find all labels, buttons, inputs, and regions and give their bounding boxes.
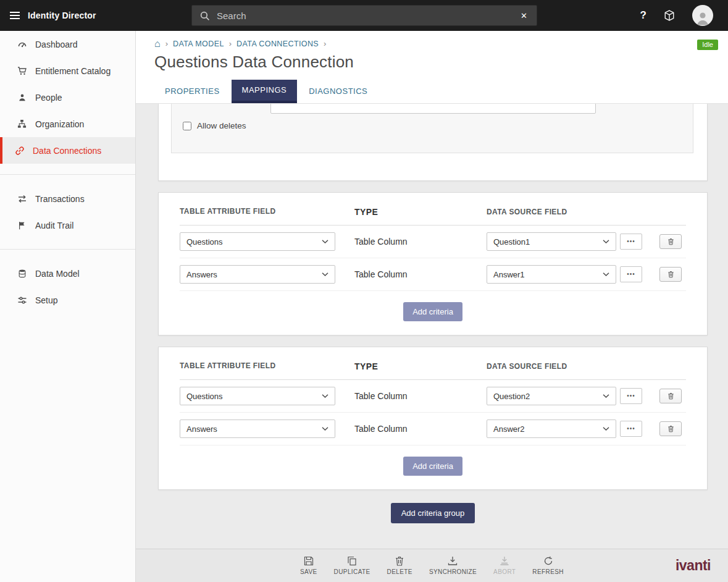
table-attribute-select[interactable]: Answers	[180, 420, 335, 438]
search-bar: ✕	[191, 5, 537, 26]
help-icon[interactable]: ?	[640, 9, 646, 22]
page-title: Questions Data Connection	[154, 53, 718, 72]
table-attribute-select[interactable]: Questions	[180, 387, 335, 405]
type-cell: Table Column	[354, 269, 487, 279]
refresh-button[interactable]: REFRESH	[532, 556, 564, 575]
more-options-button[interactable]: •••	[620, 266, 642, 282]
data-source-select[interactable]: Answer1	[487, 265, 616, 284]
breadcrumb-data-connections[interactable]: DATA CONNECTIONS	[236, 40, 319, 48]
action-label: DELETE	[387, 568, 412, 575]
transactions-icon	[17, 194, 27, 204]
trash-icon	[667, 425, 674, 432]
breadcrumb-separator: ›	[229, 39, 232, 48]
type-cell: Table Column	[354, 237, 487, 247]
save-button[interactable]: SAVE	[300, 556, 317, 575]
menu-icon[interactable]	[10, 12, 20, 19]
sidebar-item-data-model[interactable]: Data Model	[0, 260, 135, 287]
breadcrumb-data-model[interactable]: DATA MODEL	[173, 40, 224, 48]
data-source-select[interactable]: Question2	[487, 387, 616, 405]
abort-button: ABORT	[493, 556, 516, 575]
status-badge: Idle	[697, 40, 718, 50]
breadcrumb-separator: ›	[165, 39, 168, 48]
delete-row-button[interactable]	[659, 389, 682, 403]
tab-diagnostics[interactable]: DIAGNOSTICS	[298, 80, 378, 103]
sidebar-item-organization[interactable]: Organization	[0, 111, 135, 137]
allow-deletes-checkbox[interactable]	[183, 122, 191, 130]
tab-mappings[interactable]: MAPPINGS	[232, 80, 298, 103]
settings-text-field[interactable]	[270, 104, 596, 114]
more-options-button[interactable]: •••	[620, 421, 642, 437]
table-attribute-select[interactable]: Answers	[180, 265, 335, 284]
search-input[interactable]	[217, 11, 511, 21]
delete-row-button[interactable]	[659, 267, 682, 282]
settings-panel: Allow deletes	[171, 104, 693, 153]
chevron-down-icon	[603, 394, 609, 398]
duplicate-button[interactable]: DUPLICATE	[334, 556, 370, 575]
type-cell: Table Column	[354, 424, 487, 434]
column-header-type: TYPE	[354, 361, 487, 371]
add-criteria-group-button[interactable]: Add criteria group	[391, 503, 475, 523]
allow-deletes-field: Allow deletes	[183, 121, 246, 130]
mapping-row: Answers Table Column Answer1 •••	[180, 258, 686, 291]
cart-icon	[17, 66, 27, 76]
more-options-button[interactable]: •••	[620, 388, 642, 404]
clear-search-icon[interactable]: ✕	[511, 11, 537, 20]
sidebar-item-transactions[interactable]: Transactions	[0, 185, 135, 212]
allow-deletes-label: Allow deletes	[197, 121, 246, 130]
add-criteria-button[interactable]: Add criteria	[403, 302, 462, 321]
chevron-down-icon	[603, 427, 609, 431]
app-title: Identity Director	[28, 11, 96, 20]
tab-properties[interactable]: PROPERTIES	[154, 80, 230, 103]
home-icon[interactable]: ⌂	[154, 40, 161, 48]
sidebar-item-audit-trail[interactable]: Audit Trail	[0, 212, 135, 238]
sidebar-item-label: Audit Trail	[35, 221, 73, 230]
ellipsis-icon: •••	[627, 238, 635, 245]
sidebar-item-data-connections[interactable]: Data Connections	[0, 137, 135, 164]
save-icon	[304, 556, 314, 566]
synchronize-button[interactable]: SYNCHRONIZE	[429, 556, 477, 575]
sidebar-item-setup[interactable]: Setup	[0, 287, 135, 313]
ellipsis-icon: •••	[627, 426, 635, 432]
action-footer: SAVE DUPLICATE DELETE SYNCHRONIZE ABORT	[136, 549, 728, 582]
abort-icon	[500, 556, 509, 566]
selected-value: Answer1	[493, 270, 525, 279]
breadcrumb-separator: ›	[324, 39, 326, 48]
topbar-left: Identity Director	[0, 11, 191, 20]
table-header-row: TABLE ATTRIBUTE FIELD TYPE DATA SOURCE F…	[180, 347, 686, 380]
copy-icon	[347, 556, 357, 566]
type-cell: Table Column	[354, 391, 487, 401]
chevron-down-icon	[322, 240, 328, 243]
body: Dashboard Entitlement Catalog People Org…	[0, 31, 728, 582]
data-source-select[interactable]: Question1	[487, 232, 616, 251]
sidebar-item-dashboard[interactable]: Dashboard	[0, 31, 135, 57]
main-area: ⌂ › DATA MODEL › DATA CONNECTIONS › Idle…	[136, 31, 728, 582]
selected-value: Question1	[493, 237, 530, 247]
delete-row-button[interactable]	[659, 421, 682, 436]
more-options-button[interactable]: •••	[620, 234, 642, 250]
mapping-row: Answers Table Column Answer2 •••	[180, 413, 686, 445]
action-label: DUPLICATE	[334, 568, 370, 575]
delete-row-button[interactable]	[659, 234, 682, 249]
sidebar-item-people[interactable]: People	[0, 84, 135, 111]
selected-value: Question2	[493, 392, 530, 401]
content: Allow deletes TABLE ATTRIBUTE FIELD TYPE…	[136, 104, 728, 549]
ivanti-logo: ivanti	[676, 557, 711, 574]
add-criteria-button[interactable]: Add criteria	[403, 457, 462, 476]
person-icon	[17, 93, 27, 102]
ellipsis-icon: •••	[627, 271, 635, 277]
trash-icon	[667, 238, 674, 245]
refresh-icon	[543, 556, 553, 566]
sidebar-item-entitlement-catalog[interactable]: Entitlement Catalog	[0, 57, 135, 84]
action-label: REFRESH	[532, 568, 564, 575]
avatar[interactable]	[692, 5, 713, 26]
table-attribute-select[interactable]: Questions	[180, 232, 335, 251]
column-header-source: DATA SOURCE FIELD	[487, 207, 686, 217]
product-switcher-icon[interactable]	[664, 10, 675, 21]
selected-value: Answers	[186, 270, 217, 279]
chevron-down-icon	[603, 272, 609, 276]
delete-button[interactable]: DELETE	[387, 556, 412, 575]
page-header: ⌂ › DATA MODEL › DATA CONNECTIONS › Idle…	[136, 31, 728, 104]
sitemap-icon	[17, 119, 27, 129]
data-source-select[interactable]: Answer2	[487, 420, 616, 438]
sync-download-icon	[448, 556, 458, 566]
